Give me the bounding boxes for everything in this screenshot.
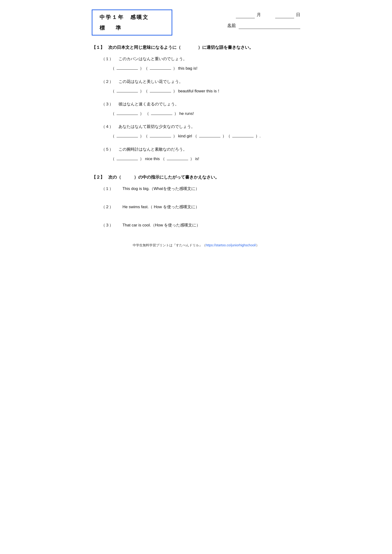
problem-2-3: （３） That car is cool.（How を使った感嘆文に） xyxy=(101,222,300,228)
day-blank xyxy=(275,14,294,18)
problem-1-4: （４） あなたはなんて親切な少女なのでしょう。 （）（） kind girl （… xyxy=(101,123,300,139)
problem-1-5-japanese: （５） この腕時計はなんと素敵なのだろう。 xyxy=(101,146,300,152)
title-sub: 標 準 xyxy=(99,24,164,32)
problem-1-1-japanese: （１） このカバンはなんと重いのでしょう。 xyxy=(101,56,300,62)
problem-1-3-answer: （） （） he runs! xyxy=(111,110,300,117)
problem-1-1: （１） このカバンはなんと重いのでしょう。 （）（） this bag is! xyxy=(101,56,300,71)
day-label: 日 xyxy=(296,11,300,18)
footer-text-end: ） xyxy=(256,243,259,247)
date-row: 月 日 xyxy=(182,11,300,18)
blank-1-4-a[interactable] xyxy=(117,133,138,137)
name-label: 名前 xyxy=(227,22,236,29)
page-header: 中学１年 感嘆文 標 準 月 日 名前 xyxy=(92,9,300,35)
section2: 【２】 次の（ ）の中の指示にしたがって書きかえなさい。 （１） This do… xyxy=(92,174,300,228)
day-field: 日 xyxy=(275,11,300,18)
title-box: 中学１年 感嘆文 標 準 xyxy=(92,9,172,35)
header-right: 月 日 名前 xyxy=(182,9,300,29)
month-blank xyxy=(236,14,255,18)
section2-bracket: 【２】 xyxy=(92,174,105,181)
blank-1-4-b[interactable] xyxy=(150,133,171,137)
blank-1-1-b[interactable] xyxy=(150,65,171,70)
section1-bracket: 【１】 xyxy=(92,44,105,51)
blank-1-5-b[interactable] xyxy=(167,155,188,160)
problem-1-3-japanese: （３） 彼はなんと速く走るのでしょう。 xyxy=(101,101,300,107)
problem-1-2-japanese: （２） この花はなんと美しい花でしょう。 xyxy=(101,78,300,85)
problem-1-2: （２） この花はなんと美しい花でしょう。 （）（） beautiful flow… xyxy=(101,78,300,94)
problem-2-1-text: （１） This dog is big.（Whatを使った感嘆文に） xyxy=(101,186,300,192)
problem-1-1-answer: （）（） this bag is! xyxy=(111,65,300,71)
blank-1-1-a[interactable] xyxy=(117,65,138,70)
problem-2-3-text: （３） That car is cool.（How を使った感嘆文に） xyxy=(101,222,300,228)
footer-link[interactable]: https://startoo.co/juniorhighschool/ xyxy=(206,243,256,247)
section2-instruction: 次の（ ）の中の指示にしたがって書きかえなさい。 xyxy=(108,174,219,181)
problem-1-5-answer: （） nice this （） is! xyxy=(111,155,300,162)
section1: 【１】 次の日本文と同じ意味になるように（ ）に適切な語を書きなさい。 （１） … xyxy=(92,44,300,162)
month-field: 月 xyxy=(236,11,261,18)
footer-text: 中学生無料学習プリントは『すたぺんドリル』（ xyxy=(133,243,206,247)
blank-1-2-a[interactable] xyxy=(117,88,138,92)
problem-1-3: （３） 彼はなんと速く走るのでしょう。 （） （） he runs! xyxy=(101,101,300,117)
problem-1-4-answer: （）（） kind girl （）（）. xyxy=(111,133,300,139)
section1-instruction: 次の日本文と同じ意味になるように（ ）に適切な語を書きなさい。 xyxy=(108,44,253,51)
problem-1-2-answer: （）（） beautiful flower this is！ xyxy=(111,88,300,94)
blank-1-5-a[interactable] xyxy=(117,155,138,160)
name-row: 名前 xyxy=(182,22,300,29)
problem-2-1: （１） This dog is big.（Whatを使った感嘆文に） xyxy=(101,186,300,192)
problem-1-4-japanese: （４） あなたはなんて親切な少女なのでしょう。 xyxy=(101,123,300,130)
problem-1-5: （５） この腕時計はなんと素敵なのだろう。 （） nice this （） is… xyxy=(101,146,300,162)
blank-1-4-c[interactable] xyxy=(199,133,220,137)
page-footer: 中学生無料学習プリントは『すたぺんドリル』（https://startoo.co… xyxy=(92,242,300,248)
blank-1-4-d[interactable] xyxy=(232,133,254,137)
problem-2-2: （２） He swims fast.（ How を使った感嘆文に） xyxy=(101,204,300,210)
name-blank xyxy=(239,24,300,29)
blank-1-3-a[interactable] xyxy=(117,110,138,115)
problem-2-2-text: （２） He swims fast.（ How を使った感嘆文に） xyxy=(101,204,300,210)
section1-title: 【１】 次の日本文と同じ意味になるように（ ）に適切な語を書きなさい。 xyxy=(92,44,300,51)
month-label: 月 xyxy=(257,11,261,18)
blank-1-3-b[interactable] xyxy=(151,110,172,115)
title-main: 中学１年 感嘆文 xyxy=(99,13,164,21)
blank-1-2-b[interactable] xyxy=(150,88,171,92)
section2-title: 【２】 次の（ ）の中の指示にしたがって書きかえなさい。 xyxy=(92,174,300,181)
